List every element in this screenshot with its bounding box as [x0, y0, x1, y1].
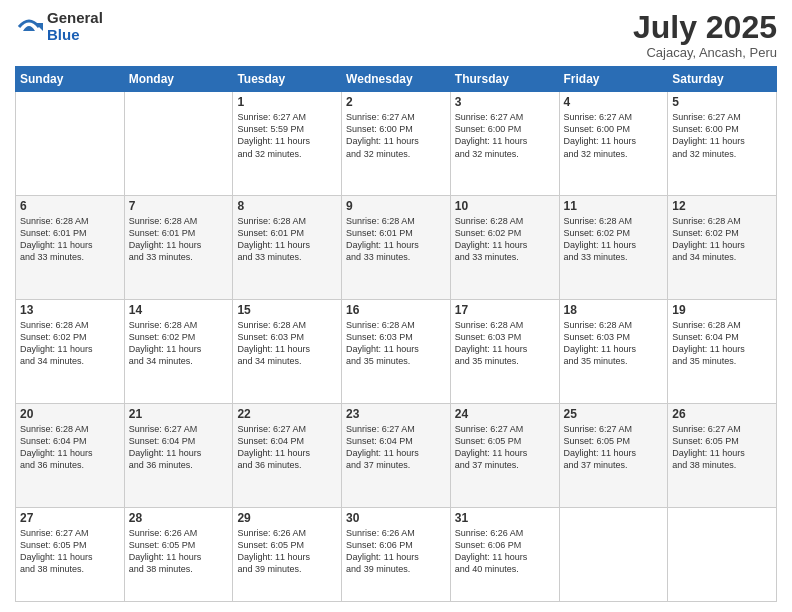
- day-number: 21: [129, 407, 229, 421]
- day-number: 11: [564, 199, 664, 213]
- calendar-cell: 7Sunrise: 6:28 AMSunset: 6:01 PMDaylight…: [124, 196, 233, 300]
- cell-details: Sunrise: 6:27 AMSunset: 6:04 PMDaylight:…: [237, 423, 337, 472]
- day-of-week-header: Monday: [124, 67, 233, 92]
- day-number: 16: [346, 303, 446, 317]
- calendar-cell: 12Sunrise: 6:28 AMSunset: 6:02 PMDayligh…: [668, 196, 777, 300]
- day-number: 2: [346, 95, 446, 109]
- cell-details: Sunrise: 6:28 AMSunset: 6:02 PMDaylight:…: [455, 215, 555, 264]
- cell-details: Sunrise: 6:28 AMSunset: 6:04 PMDaylight:…: [20, 423, 120, 472]
- svg-marker-0: [35, 23, 43, 31]
- calendar-cell: [668, 507, 777, 601]
- day-number: 24: [455, 407, 555, 421]
- cell-details: Sunrise: 6:27 AMSunset: 6:00 PMDaylight:…: [346, 111, 446, 160]
- calendar-cell: [16, 92, 125, 196]
- day-number: 1: [237, 95, 337, 109]
- day-of-week-header: Friday: [559, 67, 668, 92]
- day-number: 15: [237, 303, 337, 317]
- calendar-cell: 23Sunrise: 6:27 AMSunset: 6:04 PMDayligh…: [342, 403, 451, 507]
- calendar-table: SundayMondayTuesdayWednesdayThursdayFrid…: [15, 66, 777, 602]
- cell-details: Sunrise: 6:26 AMSunset: 6:06 PMDaylight:…: [346, 527, 446, 576]
- day-number: 12: [672, 199, 772, 213]
- calendar-week-row: 27Sunrise: 6:27 AMSunset: 6:05 PMDayligh…: [16, 507, 777, 601]
- calendar-cell: 27Sunrise: 6:27 AMSunset: 6:05 PMDayligh…: [16, 507, 125, 601]
- calendar-cell: 29Sunrise: 6:26 AMSunset: 6:05 PMDayligh…: [233, 507, 342, 601]
- day-number: 7: [129, 199, 229, 213]
- calendar-cell: 10Sunrise: 6:28 AMSunset: 6:02 PMDayligh…: [450, 196, 559, 300]
- calendar-week-row: 20Sunrise: 6:28 AMSunset: 6:04 PMDayligh…: [16, 403, 777, 507]
- logo-text: General Blue: [47, 10, 103, 43]
- day-number: 30: [346, 511, 446, 525]
- cell-details: Sunrise: 6:27 AMSunset: 6:00 PMDaylight:…: [455, 111, 555, 160]
- calendar-cell: 6Sunrise: 6:28 AMSunset: 6:01 PMDaylight…: [16, 196, 125, 300]
- cell-details: Sunrise: 6:26 AMSunset: 6:05 PMDaylight:…: [129, 527, 229, 576]
- day-number: 4: [564, 95, 664, 109]
- cell-details: Sunrise: 6:27 AMSunset: 6:05 PMDaylight:…: [455, 423, 555, 472]
- cell-details: Sunrise: 6:26 AMSunset: 6:06 PMDaylight:…: [455, 527, 555, 576]
- day-number: 31: [455, 511, 555, 525]
- calendar-cell: 25Sunrise: 6:27 AMSunset: 6:05 PMDayligh…: [559, 403, 668, 507]
- cell-details: Sunrise: 6:28 AMSunset: 6:02 PMDaylight:…: [20, 319, 120, 368]
- day-number: 8: [237, 199, 337, 213]
- cell-details: Sunrise: 6:28 AMSunset: 6:02 PMDaylight:…: [672, 215, 772, 264]
- calendar-cell: 19Sunrise: 6:28 AMSunset: 6:04 PMDayligh…: [668, 299, 777, 403]
- calendar-cell: [559, 507, 668, 601]
- cell-details: Sunrise: 6:28 AMSunset: 6:03 PMDaylight:…: [455, 319, 555, 368]
- day-number: 19: [672, 303, 772, 317]
- cell-details: Sunrise: 6:27 AMSunset: 5:59 PMDaylight:…: [237, 111, 337, 160]
- cell-details: Sunrise: 6:27 AMSunset: 6:05 PMDaylight:…: [672, 423, 772, 472]
- day-of-week-header: Sunday: [16, 67, 125, 92]
- calendar-cell: [124, 92, 233, 196]
- calendar-cell: 9Sunrise: 6:28 AMSunset: 6:01 PMDaylight…: [342, 196, 451, 300]
- calendar-cell: 20Sunrise: 6:28 AMSunset: 6:04 PMDayligh…: [16, 403, 125, 507]
- calendar-cell: 30Sunrise: 6:26 AMSunset: 6:06 PMDayligh…: [342, 507, 451, 601]
- day-number: 26: [672, 407, 772, 421]
- page: General Blue July 2025 Cajacay, Ancash, …: [0, 0, 792, 612]
- cell-details: Sunrise: 6:28 AMSunset: 6:01 PMDaylight:…: [237, 215, 337, 264]
- day-number: 28: [129, 511, 229, 525]
- logo: General Blue: [15, 10, 103, 43]
- calendar-week-row: 13Sunrise: 6:28 AMSunset: 6:02 PMDayligh…: [16, 299, 777, 403]
- cell-details: Sunrise: 6:28 AMSunset: 6:04 PMDaylight:…: [672, 319, 772, 368]
- calendar-cell: 2Sunrise: 6:27 AMSunset: 6:00 PMDaylight…: [342, 92, 451, 196]
- calendar-cell: 14Sunrise: 6:28 AMSunset: 6:02 PMDayligh…: [124, 299, 233, 403]
- title-location: Cajacay, Ancash, Peru: [633, 45, 777, 60]
- cell-details: Sunrise: 6:28 AMSunset: 6:02 PMDaylight:…: [129, 319, 229, 368]
- day-number: 25: [564, 407, 664, 421]
- header: General Blue July 2025 Cajacay, Ancash, …: [15, 10, 777, 60]
- calendar-cell: 17Sunrise: 6:28 AMSunset: 6:03 PMDayligh…: [450, 299, 559, 403]
- day-number: 17: [455, 303, 555, 317]
- header-row: SundayMondayTuesdayWednesdayThursdayFrid…: [16, 67, 777, 92]
- cell-details: Sunrise: 6:28 AMSunset: 6:01 PMDaylight:…: [346, 215, 446, 264]
- calendar-week-row: 6Sunrise: 6:28 AMSunset: 6:01 PMDaylight…: [16, 196, 777, 300]
- day-number: 6: [20, 199, 120, 213]
- day-number: 18: [564, 303, 664, 317]
- day-number: 29: [237, 511, 337, 525]
- calendar-cell: 21Sunrise: 6:27 AMSunset: 6:04 PMDayligh…: [124, 403, 233, 507]
- cell-details: Sunrise: 6:28 AMSunset: 6:01 PMDaylight:…: [129, 215, 229, 264]
- calendar-cell: 3Sunrise: 6:27 AMSunset: 6:00 PMDaylight…: [450, 92, 559, 196]
- calendar-week-row: 1Sunrise: 6:27 AMSunset: 5:59 PMDaylight…: [16, 92, 777, 196]
- cell-details: Sunrise: 6:27 AMSunset: 6:04 PMDaylight:…: [346, 423, 446, 472]
- day-of-week-header: Saturday: [668, 67, 777, 92]
- cell-details: Sunrise: 6:27 AMSunset: 6:04 PMDaylight:…: [129, 423, 229, 472]
- day-number: 9: [346, 199, 446, 213]
- title-month: July 2025: [633, 10, 777, 45]
- cell-details: Sunrise: 6:28 AMSunset: 6:03 PMDaylight:…: [346, 319, 446, 368]
- calendar-cell: 22Sunrise: 6:27 AMSunset: 6:04 PMDayligh…: [233, 403, 342, 507]
- logo-blue: Blue: [47, 27, 103, 44]
- day-number: 14: [129, 303, 229, 317]
- cell-details: Sunrise: 6:28 AMSunset: 6:01 PMDaylight:…: [20, 215, 120, 264]
- day-of-week-header: Tuesday: [233, 67, 342, 92]
- calendar-cell: 18Sunrise: 6:28 AMSunset: 6:03 PMDayligh…: [559, 299, 668, 403]
- calendar-cell: 5Sunrise: 6:27 AMSunset: 6:00 PMDaylight…: [668, 92, 777, 196]
- cell-details: Sunrise: 6:27 AMSunset: 6:05 PMDaylight:…: [20, 527, 120, 576]
- title-block: July 2025 Cajacay, Ancash, Peru: [633, 10, 777, 60]
- day-number: 10: [455, 199, 555, 213]
- logo-general: General: [47, 10, 103, 27]
- calendar-cell: 11Sunrise: 6:28 AMSunset: 6:02 PMDayligh…: [559, 196, 668, 300]
- calendar-cell: 15Sunrise: 6:28 AMSunset: 6:03 PMDayligh…: [233, 299, 342, 403]
- calendar-cell: 4Sunrise: 6:27 AMSunset: 6:00 PMDaylight…: [559, 92, 668, 196]
- cell-details: Sunrise: 6:27 AMSunset: 6:05 PMDaylight:…: [564, 423, 664, 472]
- day-number: 3: [455, 95, 555, 109]
- cell-details: Sunrise: 6:28 AMSunset: 6:03 PMDaylight:…: [237, 319, 337, 368]
